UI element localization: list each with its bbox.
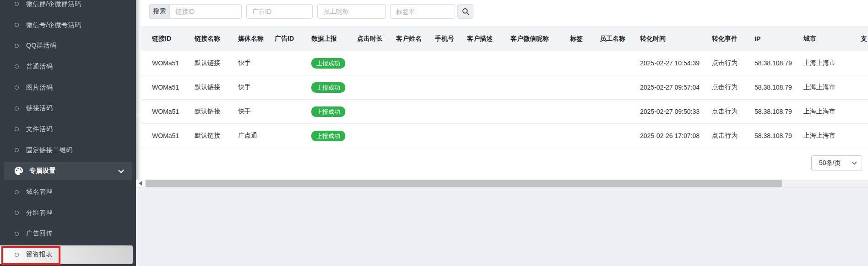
chevron-down-icon: [118, 167, 124, 173]
sidebar-item-label: 固定链接二维码: [26, 146, 73, 154]
sidebar-item-label: 普通活码: [26, 63, 53, 71]
column-header: 转化时间: [640, 35, 712, 43]
palette-icon: [14, 166, 24, 176]
sidebar-item-0[interactable]: 微信群/企微群活码: [0, 0, 136, 15]
column-header: 点击时长: [357, 35, 396, 43]
table-cell: 广点通: [238, 132, 275, 140]
table-cell: 58.38.108.79: [754, 108, 803, 115]
sidebar-item-label: 微信号/企微号活码: [26, 21, 81, 29]
table-cell: WOMa51: [152, 108, 195, 115]
vertical-scrollbar[interactable]: [136, 0, 141, 180]
horizontal-scrollbar[interactable]: [136, 180, 868, 187]
status-badge: 上报成功: [311, 131, 345, 141]
table-cell: WOMa51: [152, 84, 195, 91]
column-header: 媒体名称: [238, 35, 275, 43]
main-content: 搜索 链接ID链接名称媒体名称广告ID数据上报点击时长客户姓名手机号客户描述客户…: [136, 0, 868, 187]
table-cell: 上报成功: [311, 106, 357, 117]
table-cell: 58.38.108.79: [754, 59, 803, 67]
search-icon: [461, 7, 470, 16]
column-header: 客户微信昵称: [510, 35, 570, 43]
scrollbar-thumb[interactable]: [146, 180, 782, 187]
search-button[interactable]: [457, 4, 473, 19]
table-cell: 默认链接: [195, 83, 238, 91]
table-cell: 上海上海市: [803, 132, 861, 140]
table-row: WOMa51默认链接快手上报成功2025-02-27 09:57:04点击行为5…: [136, 75, 868, 100]
page-size-value: 50条/页: [819, 159, 841, 167]
table-cell: 默认链接: [195, 107, 238, 116]
column-header: 广告ID: [275, 35, 311, 43]
table-cell: 2025-02-27 09:50:33: [640, 108, 712, 115]
sidebar-item-5[interactable]: 链接活码: [0, 98, 136, 119]
sidebar-item-9[interactable]: 域名管理: [0, 181, 136, 202]
sidebar-item-label: 广告回传: [26, 229, 53, 238]
staff-nickname-input[interactable]: [317, 4, 386, 19]
table-cell: 快手: [238, 107, 275, 116]
annotation-red-box: [1, 246, 60, 265]
sidebar-item-1[interactable]: 微信号/企微号活码: [0, 15, 136, 36]
sidebar-item-label: 图片活码: [26, 84, 53, 92]
circle-icon: [15, 85, 19, 90]
ad-id-input[interactable]: [246, 4, 313, 19]
table-row: WOMa51默认链接广点通上报成功2025-02-26 17:07:08点击行为…: [136, 124, 868, 148]
sidebar: 微信群/企微群活码微信号/企微号活码QQ群活码普通活码图片活码链接活码文件活码固…: [0, 0, 136, 266]
table-cell: 上海上海市: [803, 59, 861, 67]
sidebar-item-label: 分组管理: [26, 209, 53, 217]
sidebar-item-6[interactable]: 文件活码: [0, 119, 136, 140]
table-row: WOMa51默认链接快手上报成功2025-02-27 10:54:39点击行为5…: [136, 51, 868, 75]
table-cell: 默认链接: [195, 132, 238, 140]
table-cell: 2025-02-27 09:57:04: [640, 84, 712, 91]
sidebar-item-11[interactable]: 广告回传: [0, 223, 136, 245]
status-badge: 上报成功: [311, 58, 345, 69]
sidebar-item-label: 文件活码: [26, 125, 53, 133]
column-header: 员工名称: [600, 35, 640, 43]
circle-icon: [15, 2, 19, 6]
sidebar-item-label: 链接活码: [26, 104, 53, 112]
sidebar-item-7[interactable]: 固定链接二维码: [0, 140, 136, 161]
sidebar-nav: 微信群/企微群活码微信号/企微号活码QQ群活码普通活码图片活码链接活码文件活码固…: [0, 0, 136, 265]
sidebar-item-4[interactable]: 图片活码: [0, 77, 136, 98]
table-cell: 2025-02-26 17:07:08: [640, 132, 712, 139]
tag-name-input[interactable]: [390, 4, 455, 19]
sidebar-item-3[interactable]: 普通活码: [0, 56, 136, 77]
table-cell: 上报成功: [311, 131, 357, 141]
table-cell: 58.38.108.79: [754, 132, 803, 139]
sidebar-item-10[interactable]: 分组管理: [0, 202, 136, 223]
table-cell: 上海上海市: [803, 107, 861, 116]
column-header: 支: [861, 35, 868, 43]
app-root: { "colors":{"sidebar_bg":"#353b43","badg…: [0, 0, 868, 266]
circle-icon: [15, 23, 19, 27]
table-cell: 点击行为: [712, 132, 754, 140]
table-cell: 2025-02-27 10:54:39: [640, 59, 712, 67]
table-body: WOMa51默认链接快手上报成功2025-02-27 10:54:39点击行为5…: [136, 51, 868, 148]
sidebar-item-label: 专属设置: [29, 167, 56, 175]
circle-icon: [15, 106, 19, 111]
column-header: 标签: [570, 35, 600, 43]
chevron-down-icon: [852, 160, 857, 165]
column-header: 客户姓名: [396, 35, 435, 43]
triangle-left-icon: [139, 181, 142, 186]
column-header: 转化事件: [712, 35, 754, 43]
sidebar-item-2[interactable]: QQ群活码: [0, 35, 136, 56]
table-cell: 点击行为: [712, 107, 754, 116]
table-header-row: 链接ID链接名称媒体名称广告ID数据上报点击时长客户姓名手机号客户描述客户微信昵…: [136, 26, 868, 51]
sidebar-item-8[interactable]: 专属设置: [0, 161, 136, 182]
table-cell: 58.38.108.79: [754, 84, 803, 91]
column-header: 手机号: [435, 35, 467, 43]
table-cell: 快手: [238, 83, 275, 91]
status-badge: 上报成功: [311, 106, 345, 117]
circle-icon: [15, 190, 19, 194]
search-label: 搜索: [149, 4, 169, 19]
circle-icon: [15, 64, 19, 69]
table-cell: WOMa51: [152, 59, 195, 67]
table-cell: 上海上海市: [803, 83, 861, 91]
search-input-group: 搜索: [149, 4, 242, 19]
table-cell: 上报成功: [311, 58, 357, 69]
page-size-select[interactable]: 50条/页: [811, 155, 862, 170]
circle-icon: [15, 148, 19, 152]
table-cell: 点击行为: [712, 83, 754, 91]
scroll-left-button[interactable]: [136, 180, 144, 187]
table-cell: 点击行为: [712, 59, 754, 67]
column-header: 数据上报: [311, 35, 357, 43]
table-cell: 上报成功: [311, 82, 357, 93]
link-id-input[interactable]: [169, 4, 242, 19]
